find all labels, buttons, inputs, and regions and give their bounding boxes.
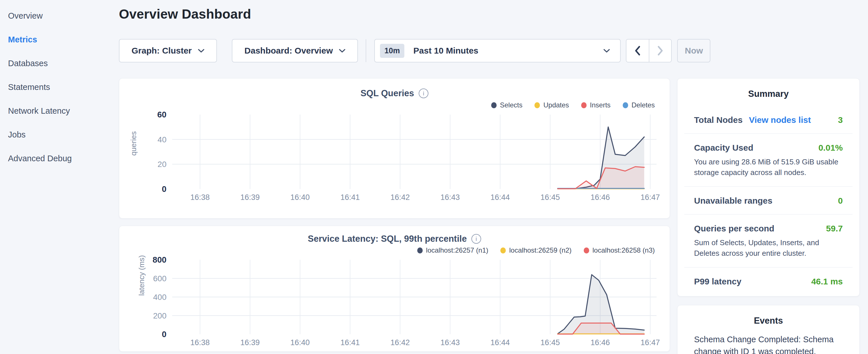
- sidebar-item-advanced-debug[interactable]: Advanced Debug: [0, 147, 119, 170]
- legend-dot: [417, 248, 423, 254]
- svg-text:60: 60: [157, 111, 166, 119]
- summary-row-unavailable-ranges: Unavailable ranges 0: [677, 187, 859, 206]
- sidebar: Overview Metrics Databases Statements Ne…: [0, 0, 119, 354]
- chart-title: SQL Queries: [361, 88, 414, 99]
- y-axis-label: queries: [129, 131, 138, 156]
- svg-text:16:41: 16:41: [340, 338, 360, 347]
- legend-item: localhost:26259 (n2): [500, 246, 571, 254]
- legend-item: Updates: [534, 101, 569, 109]
- svg-text:16:45: 16:45: [540, 193, 560, 202]
- svg-text:16:44: 16:44: [491, 338, 510, 347]
- chevron-right-icon: [657, 46, 663, 56]
- svg-text:16:38: 16:38: [190, 193, 210, 202]
- view-nodes-list-link[interactable]: View nodes list: [749, 115, 811, 125]
- legend-item: Selects: [491, 101, 523, 109]
- legend-item: localhost:26257 (n1): [417, 246, 488, 254]
- legend-item: localhost:26258 (n3): [584, 246, 655, 254]
- legend-dot: [500, 248, 506, 254]
- sql-queries-chart: 020406016:3816:3916:4016:4116:4216:4316:…: [119, 111, 670, 207]
- svg-text:16:43: 16:43: [440, 193, 460, 202]
- summary-value: 0: [838, 196, 843, 206]
- now-button[interactable]: Now: [677, 39, 710, 62]
- sidebar-item-overview[interactable]: Overview: [0, 4, 119, 28]
- svg-text:16:46: 16:46: [591, 193, 610, 202]
- summary-row-total-nodes: Total Nodes View nodes list 3: [677, 99, 859, 125]
- svg-text:16:40: 16:40: [290, 338, 310, 347]
- svg-text:16:46: 16:46: [591, 338, 610, 347]
- summary-value: 46.1 ms: [811, 277, 843, 286]
- right-panel: Summary Total Nodes View nodes list 3 Ca…: [677, 78, 860, 354]
- legend-dot: [581, 102, 587, 108]
- legend-item: Deletes: [623, 101, 655, 109]
- svg-text:200: 200: [153, 311, 166, 320]
- dashboard-dropdown-label: Dashboard: Overview: [244, 46, 333, 56]
- events-title: Events: [677, 305, 859, 326]
- graph-dropdown[interactable]: Graph: Cluster: [119, 39, 217, 62]
- chart-legend: localhost:26257 (n1) localhost:26259 (n2…: [119, 245, 670, 256]
- sidebar-item-network-latency[interactable]: Network Latency: [0, 99, 119, 123]
- info-icon[interactable]: i: [419, 89, 428, 98]
- summary-value: 0.01%: [818, 143, 843, 153]
- svg-text:40: 40: [158, 135, 166, 144]
- app-root: Overview Metrics Databases Statements Ne…: [0, 0, 868, 354]
- sidebar-item-databases[interactable]: Databases: [0, 52, 119, 75]
- time-range-selector[interactable]: 10m Past 10 Minutes: [374, 39, 621, 62]
- sidebar-item-jobs[interactable]: Jobs: [0, 123, 119, 147]
- time-forward-button[interactable]: [649, 39, 671, 62]
- summary-label: Capacity Used: [694, 143, 753, 153]
- dashboard-dropdown[interactable]: Dashboard: Overview: [232, 39, 358, 62]
- chart-card-sql-queries: SQL Queries i Selects Updates Inserts De…: [119, 78, 670, 219]
- chevron-left-icon: [634, 46, 641, 56]
- chevron-down-icon: [198, 49, 204, 53]
- events-panel: Events Schema Change Completed: Schema c…: [677, 305, 860, 354]
- main-content: Overview Dashboard Graph: Cluster Dashbo…: [119, 0, 868, 354]
- summary-value: 59.7: [826, 224, 843, 233]
- event-list-item[interactable]: Schema Change Completed: Schema change w…: [677, 326, 859, 354]
- chevron-down-icon: [603, 49, 610, 53]
- time-step-buttons: [626, 39, 672, 62]
- chart-legend: Selects Updates Inserts Deletes: [119, 100, 670, 110]
- time-range-label: Past 10 Minutes: [413, 46, 604, 56]
- svg-text:16:42: 16:42: [390, 193, 410, 202]
- summary-subtext: You are using 28.6 MiB of 515.9 GiB usab…: [694, 153, 843, 178]
- summary-row-capacity: Capacity Used 0.01% You are using 28.6 M…: [677, 134, 859, 178]
- summary-value: 3: [838, 115, 843, 125]
- legend-dot: [534, 102, 540, 108]
- svg-text:16:39: 16:39: [241, 338, 260, 347]
- chevron-down-icon: [339, 49, 345, 53]
- summary-label: Unavailable ranges: [694, 196, 772, 206]
- svg-text:400: 400: [153, 293, 166, 301]
- svg-text:16:39: 16:39: [241, 193, 260, 202]
- legend-item: Inserts: [581, 101, 611, 109]
- summary-subtext: Sum of Selects, Updates, Inserts, and De…: [694, 233, 843, 259]
- time-back-button[interactable]: [626, 39, 649, 62]
- svg-text:16:38: 16:38: [190, 338, 210, 347]
- svg-text:800: 800: [153, 256, 166, 264]
- svg-text:0: 0: [162, 330, 166, 339]
- page-title: Overview Dashboard: [119, 6, 860, 22]
- legend-dot: [623, 102, 628, 108]
- svg-text:16:47: 16:47: [641, 338, 660, 347]
- graph-dropdown-label: Graph: Cluster: [131, 46, 192, 56]
- summary-title: Summary: [677, 78, 859, 99]
- sidebar-item-statements[interactable]: Statements: [0, 75, 119, 99]
- event-text: Schema Change Completed: Schema change w…: [694, 333, 843, 354]
- charts-column: SQL Queries i Selects Updates Inserts De…: [119, 78, 670, 354]
- svg-text:0: 0: [162, 185, 166, 194]
- svg-text:16:40: 16:40: [290, 193, 310, 202]
- svg-text:16:43: 16:43: [440, 338, 460, 347]
- svg-text:16:41: 16:41: [340, 193, 360, 202]
- legend-dot: [491, 102, 497, 108]
- summary-label: Total Nodes: [694, 115, 743, 125]
- chart-title: Service Latency: SQL, 99th percentile: [308, 234, 467, 244]
- svg-text:600: 600: [153, 274, 166, 283]
- info-icon[interactable]: i: [471, 234, 481, 244]
- service-latency-chart: 020040060080016:3816:3916:4016:4116:4216…: [119, 256, 670, 352]
- y-axis-label: latency (ms): [137, 255, 146, 296]
- summary-label: P99 latency: [694, 277, 741, 286]
- controls-bar: Graph: Cluster Dashboard: Overview 10m P…: [119, 39, 860, 62]
- svg-text:16:45: 16:45: [540, 338, 560, 347]
- svg-text:20: 20: [158, 160, 166, 169]
- controls-divider: [366, 39, 366, 62]
- sidebar-item-metrics[interactable]: Metrics: [0, 28, 119, 52]
